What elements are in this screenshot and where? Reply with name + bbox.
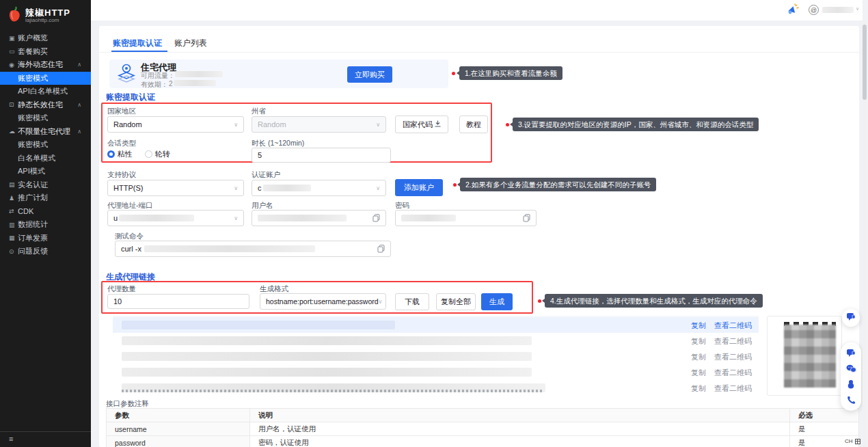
chat-icon[interactable] <box>846 349 856 357</box>
view-qr-link[interactable]: 查看二维码 <box>714 321 752 331</box>
sidebar-item-realname-auth[interactable]: ▤ 实名认证 <box>0 178 91 192</box>
validity-value-redacted <box>174 80 216 86</box>
tooltip-marker-1 <box>452 72 455 75</box>
test-cmd-redacted <box>144 245 315 252</box>
copy-icon[interactable] <box>377 245 385 253</box>
country-code-button[interactable]: 国家代码 <box>395 116 448 133</box>
proxy-row[interactable]: 复制 查看二维码 <box>113 380 759 396</box>
protocol-select[interactable]: HTTP(S) ∨ <box>107 180 244 196</box>
username-redacted <box>258 215 347 221</box>
radio-rotate[interactable]: 轮转 <box>145 149 170 159</box>
sidebar-item-api-mode[interactable]: API模式 <box>0 165 91 178</box>
add-account-button[interactable]: 添加账户 <box>395 179 443 196</box>
phone-icon[interactable] <box>847 396 856 405</box>
view-qr-link[interactable]: 查看二维码 <box>714 352 752 362</box>
sidebar-group-static-long[interactable]: ⊡ 静态长效住宅 ∧ <box>0 98 91 112</box>
country-select[interactable]: Random ∨ <box>107 116 244 133</box>
proxy-row[interactable]: 复制 查看二维码 <box>113 364 759 380</box>
chevron-down-icon: ∨ <box>376 185 380 191</box>
copy-icon[interactable] <box>372 214 380 222</box>
sidebar-item-cdk[interactable]: ⇄ CDK <box>0 205 91 219</box>
copy-link[interactable]: 复制 <box>691 368 706 378</box>
sidebar-item-data-stats[interactable]: ▥ 数据统计 <box>0 218 91 232</box>
qr-panel <box>767 316 842 396</box>
format-select[interactable]: hostname:port:username:password ∨ <box>260 293 386 310</box>
sidebar-item-promotion-plan[interactable]: ♟ 推广计划 <box>0 191 91 205</box>
sidebar-item-feedback[interactable]: ⊙ 问题反馈 <box>0 245 91 258</box>
username-redacted <box>822 7 854 13</box>
radio-selected-icon <box>107 150 115 158</box>
sidebar-group-unlimited[interactable]: ☁ 不限量住宅代理 ∧ <box>0 125 91 139</box>
view-qr-link[interactable]: 查看二维码 <box>714 336 752 347</box>
proxy-count-input[interactable]: 10 <box>107 294 249 309</box>
sidebar-item-order-invoice[interactable]: ▦ 订单发票 <box>0 232 91 245</box>
package-purchase-icon: ▭ <box>9 48 18 55</box>
copy-link[interactable]: 复制 <box>691 383 706 394</box>
view-qr-link[interactable]: 查看二维码 <box>714 368 752 378</box>
sidebar-item-package-purchase[interactable]: ▭ 套餐购买 <box>0 45 91 59</box>
state-label: 州省 <box>252 107 266 116</box>
users-icon: ♟ <box>9 195 18 202</box>
proxy-addr-redacted <box>119 215 194 221</box>
chevron-down-icon: ∨ <box>379 299 383 305</box>
copy-link[interactable]: 复制 <box>691 336 706 347</box>
buy-now-button[interactable]: 立即购买 <box>347 66 392 83</box>
generate-button[interactable]: 生成 <box>481 293 513 310</box>
sidebar-item-account-overview[interactable]: ▣ 账户概览 <box>0 31 91 45</box>
scrollbar-thumb[interactable] <box>863 25 867 100</box>
traffic-value-redacted <box>175 71 223 77</box>
megaphone-icon[interactable] <box>786 3 800 20</box>
tooltip-3: 3.设置要提取的对应地区的资源的IP，国家、州省城市、和资源的会话类型 <box>513 118 759 131</box>
download-icon <box>435 120 441 128</box>
sidebar-item-unlimited-credential-mode[interactable]: 账密模式 <box>0 138 91 152</box>
tutorial-button[interactable]: 教程 <box>459 116 488 133</box>
tooltip-1: 1.在这里购买和查看流量余额 <box>459 66 562 80</box>
proxy-row[interactable]: 复制 查看二维码 <box>113 349 759 364</box>
qq-icon[interactable] <box>847 379 855 389</box>
proxy-addr-select[interactable]: u ∨ <box>107 210 244 226</box>
view-qr-link[interactable]: 查看二维码 <box>714 383 752 394</box>
proxy-row[interactable]: 复制 查看二维码 <box>113 333 759 349</box>
table-row: password 密码，认证使用 是 <box>107 436 858 447</box>
sidebar-item-static-credential-mode[interactable]: 账密模式 <box>0 111 91 125</box>
chat-fab-button[interactable] <box>842 309 860 327</box>
avatar[interactable]: @ <box>809 5 819 15</box>
auth-account-select[interactable]: c ∨ <box>252 180 386 196</box>
download-button[interactable]: 下载 <box>395 293 429 310</box>
password-label: 密码 <box>395 201 409 211</box>
copy-link[interactable]: 复制 <box>691 352 706 362</box>
exchange-icon: ⇄ <box>9 208 18 215</box>
sidebar-item-api-whitelist-mode[interactable]: API白名单模式 <box>0 85 91 98</box>
copy-all-button[interactable]: 复制全部 <box>436 293 476 310</box>
chevron-up-icon: ∧ <box>77 102 81 108</box>
sidebar-item-credential-mode[interactable]: 账密模式 <box>0 72 91 85</box>
duration-input[interactable]: 5 <box>252 148 391 163</box>
proxy-row[interactable]: 复制 查看二维码 <box>113 317 759 333</box>
chevron-down-icon: ∨ <box>234 122 238 128</box>
idcard-icon: ▤ <box>9 181 18 188</box>
tab-credential-extract-auth[interactable]: 账密提取认证 <box>113 38 162 49</box>
invoice-icon: ▦ <box>9 234 18 241</box>
feedback-icon: ⊙ <box>9 248 18 255</box>
params-table: 参数 说明 必选 username 用户名，认证使用 是 password 密码… <box>106 408 859 447</box>
username-input[interactable] <box>252 210 386 226</box>
copy-link[interactable]: 复制 <box>691 321 706 331</box>
radio-sticky[interactable]: 粘性 <box>107 149 133 159</box>
tab-account-list[interactable]: 账户列表 <box>174 38 207 49</box>
radio-unselected-icon <box>145 150 152 158</box>
state-select[interactable]: Random ∨ <box>252 116 386 133</box>
brand-logo: 辣椒HTTP lajiaohttp.com <box>7 5 70 26</box>
session-type-label: 会话类型 <box>107 139 136 148</box>
sidebar-item-whitelist-mode[interactable]: 白名单模式 <box>0 152 91 165</box>
proxy-url-partial <box>122 390 542 392</box>
protocol-label: 支持协议 <box>107 170 136 180</box>
test-cmd-input[interactable]: curl -x <box>115 241 391 257</box>
traffic-label: 可用流量： <box>141 71 175 81</box>
password-input[interactable] <box>395 210 537 226</box>
sidebar-group-overseas-dynamic[interactable]: ◉ 海外动态住宅 ∧ <box>0 58 91 72</box>
wechat-icon[interactable] <box>846 364 856 373</box>
copy-icon[interactable] <box>523 214 530 222</box>
proxy-addr-label: 代理地址-端口 <box>107 201 153 211</box>
sidebar-collapse-button[interactable]: ≡ <box>9 435 13 443</box>
validity-label: 有效期： <box>141 80 168 90</box>
